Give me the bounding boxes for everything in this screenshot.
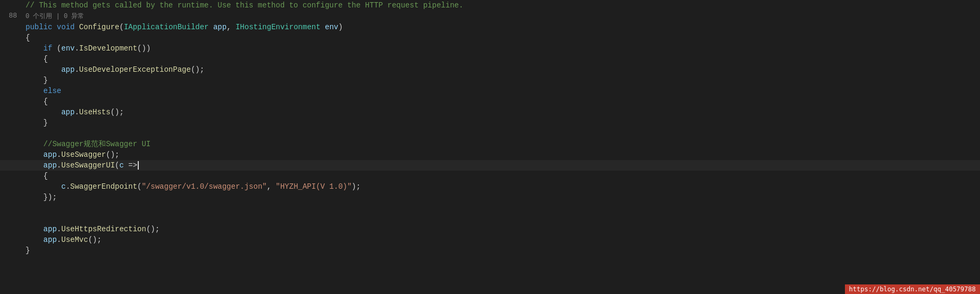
brace: { bbox=[44, 55, 48, 63]
method-name: UseSwagger bbox=[61, 150, 106, 159]
ref-count-text: 0 个引用 | 0 异常 bbox=[26, 13, 84, 20]
line-content: app.UseSwaggerUI(c => bbox=[21, 160, 980, 171]
line-number bbox=[0, 192, 21, 203]
punctuation: . bbox=[66, 182, 70, 191]
line-content: } bbox=[21, 117, 980, 128]
code-line: //Swagger规范和Swagger UI bbox=[0, 139, 980, 149]
line-number bbox=[0, 213, 21, 224]
line-content: public void Configure(IApplicationBuilde… bbox=[21, 22, 980, 32]
keyword: else bbox=[44, 87, 62, 95]
line-content: { bbox=[21, 96, 980, 107]
active-code-line: app.UseSwaggerUI(c => bbox=[0, 160, 980, 171]
punctuation: . bbox=[57, 236, 61, 244]
code-line bbox=[0, 203, 980, 213]
line-content: { bbox=[21, 171, 980, 181]
line-content: else bbox=[21, 86, 980, 96]
line-number bbox=[0, 234, 21, 245]
brace: { bbox=[44, 172, 48, 180]
line-number bbox=[0, 32, 21, 43]
line-number bbox=[0, 64, 21, 75]
line-content: if (env.IsDevelopment()) bbox=[21, 43, 980, 54]
arrow: => bbox=[128, 161, 137, 170]
punctuation: }); bbox=[44, 193, 57, 201]
method-name: IsDevelopment bbox=[79, 44, 137, 53]
code-line: } bbox=[0, 75, 980, 86]
line-number bbox=[0, 43, 21, 54]
comment-text: // This method gets called by the runtim… bbox=[26, 1, 463, 10]
keyword: void bbox=[57, 23, 75, 31]
code-line bbox=[0, 128, 980, 139]
line-number bbox=[0, 224, 21, 234]
punctuation: , bbox=[267, 182, 276, 191]
code-line: else bbox=[0, 86, 980, 96]
line-content: { bbox=[21, 32, 980, 43]
code-line: } bbox=[0, 245, 980, 256]
punctuation: (); bbox=[191, 65, 204, 74]
punctuation: ) bbox=[338, 23, 342, 31]
line-content: //Swagger规范和Swagger UI bbox=[21, 139, 980, 149]
line-content: }); bbox=[21, 192, 980, 203]
param-name: env bbox=[325, 23, 338, 31]
punctuation: ()) bbox=[137, 44, 150, 53]
method-name: SwaggerEndpoint bbox=[70, 182, 137, 191]
brace: } bbox=[44, 76, 48, 85]
line-content: { bbox=[21, 54, 980, 64]
line-number bbox=[0, 128, 21, 139]
code-line: app.UseHsts(); bbox=[0, 107, 980, 117]
line-number bbox=[0, 181, 21, 192]
param-c: c bbox=[119, 161, 123, 170]
method-name: UseDeveloperExceptionPage bbox=[79, 65, 191, 74]
method-name: UseHsts bbox=[79, 108, 111, 116]
code-line: c.SwaggerEndpoint("/swagger/v1.0/swagger… bbox=[0, 181, 980, 192]
line-content: app.UseHsts(); bbox=[21, 107, 980, 117]
method-name: Configure bbox=[79, 23, 120, 31]
keyword: if bbox=[44, 44, 53, 53]
method-name: UseSwaggerUI bbox=[61, 161, 115, 170]
line-number bbox=[0, 0, 21, 11]
line-content bbox=[21, 213, 980, 224]
code-line: 88 0 个引用 | 0 异常 bbox=[0, 11, 980, 22]
line-content bbox=[21, 203, 980, 213]
keyword: public bbox=[26, 23, 52, 31]
bottom-url-bar: https://blog.csdn.net/qq_40579788 bbox=[845, 284, 980, 294]
param-name: app bbox=[213, 23, 227, 31]
line-number bbox=[0, 75, 21, 86]
line-content: app.UseMvc(); bbox=[21, 234, 980, 245]
url-text: https://blog.csdn.net/qq_40579788 bbox=[849, 285, 976, 293]
line-content bbox=[21, 128, 980, 139]
line-number bbox=[0, 160, 21, 171]
line-number: 88 bbox=[0, 11, 21, 22]
code-line: }); bbox=[0, 192, 980, 203]
line-content: } bbox=[21, 245, 980, 256]
object-ref: app bbox=[44, 236, 57, 244]
code-line: app.UseHttpsRedirection(); bbox=[0, 224, 980, 234]
code-line: app.UseDeveloperExceptionPage(); bbox=[0, 64, 980, 75]
punctuation: (); bbox=[88, 236, 102, 244]
line-number bbox=[0, 22, 21, 32]
punctuation: . bbox=[57, 161, 61, 170]
code-line: { bbox=[0, 54, 980, 64]
object-ref: app bbox=[44, 225, 57, 233]
line-content: app.UseSwagger(); bbox=[21, 149, 980, 160]
line-content: app.UseDeveloperExceptionPage(); bbox=[21, 64, 980, 75]
code-line: public void Configure(IApplicationBuilde… bbox=[0, 22, 980, 32]
object-ref: app bbox=[61, 65, 74, 74]
code-line: if (env.IsDevelopment()) bbox=[0, 43, 980, 54]
method-name: UseMvc bbox=[61, 236, 88, 244]
punctuation: , bbox=[227, 23, 236, 31]
object-ref: app bbox=[44, 161, 57, 170]
line-content: c.SwaggerEndpoint("/swagger/v1.0/swagger… bbox=[21, 181, 980, 192]
method-name: UseHttpsRedirection bbox=[61, 225, 146, 233]
brace: { bbox=[44, 97, 48, 106]
object-ref: app bbox=[61, 108, 74, 116]
string-literal: "/swagger/v1.0/swagger.json" bbox=[141, 182, 266, 191]
code-line: // This method gets called by the runtim… bbox=[0, 0, 980, 11]
punctuation: . bbox=[74, 108, 79, 116]
text-cursor bbox=[138, 161, 139, 170]
line-content: } bbox=[21, 75, 980, 86]
punctuation: (); bbox=[106, 150, 119, 159]
object-ref: app bbox=[44, 150, 57, 159]
code-line bbox=[0, 213, 980, 224]
code-area: // This method gets called by the runtim… bbox=[0, 0, 980, 256]
punctuation: . bbox=[74, 65, 79, 74]
